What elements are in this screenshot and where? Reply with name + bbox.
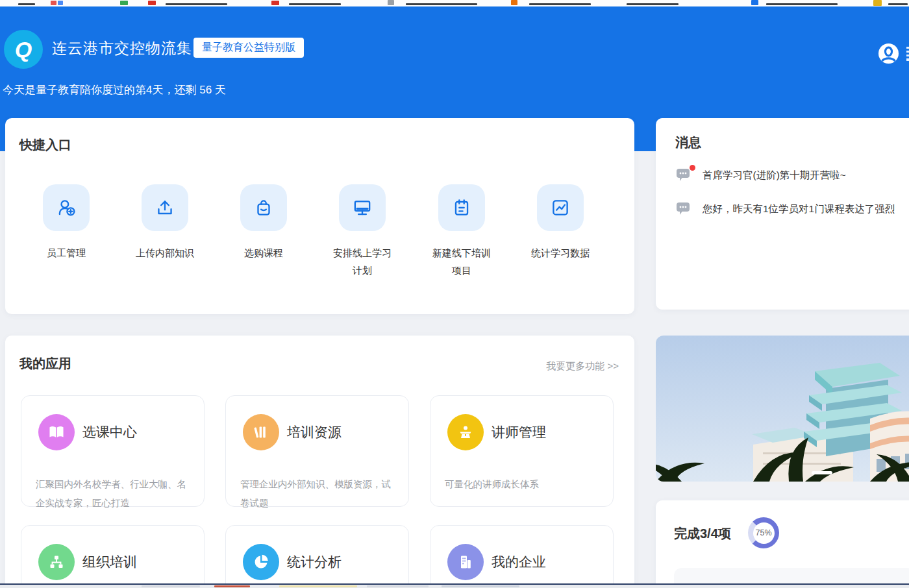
app-desc: 可量化的讲师成长体系 [445, 475, 603, 494]
header-edge-truncated-item [906, 47, 909, 61]
pie-chart-icon [253, 554, 269, 570]
open-book-icon [48, 424, 65, 441]
banner-illustration [656, 336, 909, 482]
chart-icon [549, 197, 571, 219]
app-tile-statistics[interactable]: 统计分析 [225, 525, 409, 588]
app-circle [447, 414, 484, 450]
app-name: 统计分析 [287, 552, 342, 572]
person-add-icon [55, 197, 77, 219]
quick-entry-offline-project[interactable] [438, 184, 485, 231]
favicon-fragment [271, 1, 279, 5]
chat-bubble-icon [677, 169, 691, 182]
favicon-fragment [406, 3, 477, 5]
favicon-fragment [51, 1, 56, 5]
app-circle [243, 414, 279, 450]
favicon-fragment [18, 3, 35, 5]
favicon-fragment [148, 1, 156, 5]
shopping-bag-icon [253, 197, 275, 219]
message-text: 您好，昨天有1位学员对1门课程表达了强烈 [703, 202, 909, 216]
taskbar-fragment [214, 585, 250, 587]
org-chart-icon [48, 554, 65, 570]
my-apps-card: 我的应用 我要更多功能 >> 选课中心 汇聚国内外名校学者、行业大咖、名企实战专… [5, 336, 634, 588]
quick-entry-buy-courses[interactable] [240, 184, 287, 231]
quick-entry-label: 员工管理 [21, 244, 112, 262]
app-circle [243, 544, 279, 580]
favicon-fragment [873, 0, 882, 6]
version-badge: 量子教育公益特别版 [193, 38, 304, 58]
message-item[interactable]: 首席学习官(进阶)第十期开营啦~ [656, 164, 909, 187]
app-tile-course-center[interactable]: 选课中心 汇聚国内外名校学者、行业大咖、名企实战专家，匠心打造 [21, 395, 205, 507]
carousel-indicator[interactable] [812, 471, 832, 474]
app-name: 组织培训 [82, 552, 137, 572]
app-name: 选课中心 [82, 423, 137, 442]
favicon-fragment [529, 3, 591, 5]
favicon-fragment [888, 3, 908, 5]
logo-letter: Q [15, 37, 32, 62]
chat-bubble-icon [677, 202, 691, 215]
building-icon [457, 554, 474, 570]
favicon-fragment [120, 1, 128, 5]
quick-entry-online-plan[interactable] [339, 184, 386, 231]
app-screen: Q 连云港市交控物流集 量子教育公益特别版 今天是量子教育陪你度过的第4天，还剩… [0, 0, 909, 588]
taskbar-fragment [442, 585, 519, 587]
favicon-fragment [58, 1, 63, 5]
version-badge-label: 量子教育公益特别版 [202, 41, 295, 55]
quick-entry-learning-stats[interactable] [537, 184, 584, 231]
bottom-taskbar-sliver [0, 583, 909, 588]
user-avatar-icon[interactable] [878, 43, 899, 64]
app-circle [447, 544, 484, 580]
favicon-fragment [751, 0, 758, 5]
app-tile-training-resources[interactable]: 培训资源 管理企业内外部知识、模版资源，试卷试题 [225, 395, 409, 507]
quick-entry-upload-knowledge[interactable] [142, 184, 188, 231]
greeting-text: 今天是量子教育陪你度过的第4天，还剩 56 天 [3, 82, 226, 97]
taskbar-fragment [279, 585, 357, 587]
message-item[interactable]: 您好，昨天有1位学员对1门课程表达了强烈 [656, 197, 909, 221]
quick-entry-label: 选购课程 [218, 244, 309, 262]
promo-banner-image[interactable] [656, 336, 909, 482]
quick-entry-employee-mgmt[interactable] [43, 184, 90, 231]
books-icon [253, 424, 269, 441]
app-tile-org-training[interactable]: 组织培训 [21, 525, 205, 588]
quick-entry-label: 统计学习数据 [515, 244, 606, 262]
quick-entry-card: 快捷入口 [5, 118, 634, 314]
progress-card: 完成3/4项 75% [656, 500, 909, 588]
favicon-fragment [627, 3, 679, 5]
app-desc: 汇聚国内外名校学者、行业大咖、名企实战专家，匠心打造 [36, 475, 194, 513]
app-desc: 管理企业内外部知识、模版资源，试卷试题 [240, 475, 399, 513]
app-tile-my-enterprise[interactable]: 我的企业 [430, 525, 614, 588]
favicon-fragment [289, 3, 341, 5]
messages-card: 消息 首席学习官(进阶)第十期开营啦~ 您好，昨天有1位学员对1门课程表达了强烈 [656, 118, 909, 310]
favicon-fragment [766, 3, 838, 5]
app-name: 我的企业 [492, 552, 546, 572]
taskbar-fragment [367, 585, 429, 587]
progress-percent: 75% [755, 528, 771, 537]
messages-title: 消息 [675, 134, 701, 151]
taskbar-fragment [142, 585, 200, 587]
quick-entry-title: 快捷入口 [19, 136, 71, 154]
app-circle [38, 414, 75, 450]
quick-entry-label: 上传内部知识 [119, 244, 210, 262]
monitor-icon [351, 197, 373, 219]
app-tile-lecturer-mgmt[interactable]: 讲师管理 可量化的讲师成长体系 [430, 395, 614, 507]
clipboard-icon [451, 197, 473, 219]
app-name: 讲师管理 [492, 423, 546, 442]
progress-donut: 75% [748, 517, 779, 548]
browser-bookmarks-bar[interactable] [0, 0, 909, 6]
progress-label: 完成3/4项 [674, 525, 731, 543]
favicon-fragment [388, 0, 394, 5]
org-title: 连云港市交控物流集 [52, 38, 192, 58]
favicon-fragment [166, 3, 227, 5]
app-name: 培训资源 [287, 423, 342, 442]
app-circle [38, 544, 75, 580]
favicon-fragment [511, 0, 517, 5]
quick-entry-label: 新建线下培训项目 [429, 244, 494, 279]
message-text: 首席学习官(进阶)第十期开营啦~ [703, 169, 909, 182]
upload-icon [154, 197, 176, 219]
app-logo[interactable]: Q [4, 30, 43, 69]
lecturer-icon [457, 424, 474, 441]
unread-dot [690, 165, 695, 171]
more-features-link[interactable]: 我要更多功能 >> [546, 360, 619, 373]
my-apps-title: 我的应用 [19, 355, 71, 373]
quick-entry-label: 安排线上学习计划 [330, 244, 395, 279]
